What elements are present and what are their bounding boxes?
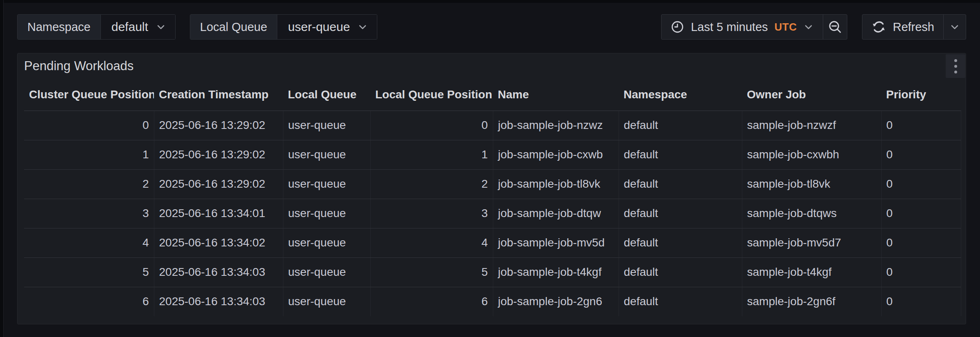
column-header-cluster-queue-position[interactable]: Cluster Queue Position <box>24 79 154 111</box>
column-header-local-queue-position[interactable]: Local Queue Position <box>370 79 493 111</box>
table-cell: 0 <box>881 199 961 228</box>
table-cell: default <box>619 111 742 140</box>
table-cell: sample-job-nzwzf <box>742 111 881 140</box>
toolbar-spacer <box>377 14 661 40</box>
table-cell: 0 <box>881 228 961 257</box>
table-cell: job-sample-job-dtqw <box>493 199 619 228</box>
table-row: 52025-06-16 13:34:03user-queue5job-sampl… <box>24 257 961 287</box>
panel-header: Pending Workloads <box>18 53 966 79</box>
table-cell: user-queue <box>283 169 370 199</box>
table-cell: default <box>619 199 742 228</box>
pending-workloads-panel: Pending Workloads Cluster Queue Position… <box>17 53 966 324</box>
table-cell: default <box>619 257 742 287</box>
table-row: 02025-06-16 13:29:02user-queue0job-sampl… <box>24 111 961 140</box>
table-cell: job-sample-job-t4kgf <box>493 257 619 287</box>
table-cell: default <box>619 228 742 257</box>
table-cell: user-queue <box>283 228 370 257</box>
table-cell: 0 <box>881 169 961 199</box>
time-range-label: Last 5 minutes <box>691 20 768 34</box>
table-cell: user-queue <box>283 257 370 287</box>
table-row: 12025-06-16 13:29:02user-queue1job-sampl… <box>24 140 961 169</box>
local-queue-variable-select[interactable]: user-queue <box>277 15 377 39</box>
column-header-namespace[interactable]: Namespace <box>619 79 742 111</box>
timezone-badge: UTC <box>775 21 797 33</box>
table-cell: 2 <box>24 169 154 199</box>
table-cell: sample-job-mv5d7 <box>742 228 881 257</box>
dashboard-toolbar: Namespace default Local Queue user-queue… <box>0 14 980 40</box>
table-cell: 2025-06-16 13:34:01 <box>154 199 283 228</box>
chevron-down-icon <box>949 22 960 32</box>
local-queue-variable-value: user-queue <box>288 20 350 34</box>
refresh-label: Refresh <box>893 20 934 34</box>
namespace-variable-value: default <box>111 20 148 34</box>
table-cell: 2025-06-16 13:34:03 <box>154 257 283 287</box>
table-cell: 5 <box>24 257 154 287</box>
table-row: 62025-06-16 13:34:03user-queue6job-sampl… <box>24 287 961 316</box>
table-cell: user-queue <box>283 140 370 169</box>
local-queue-variable-label: Local Queue <box>190 15 277 39</box>
table-cell: 0 <box>881 140 961 169</box>
table-row: 42025-06-16 13:34:02user-queue4job-sampl… <box>24 228 961 257</box>
window-edge-top <box>0 0 980 3</box>
table-cell: default <box>619 287 742 316</box>
table-cell: 5 <box>370 257 493 287</box>
workloads-table: Cluster Queue PositionCreation Timestamp… <box>24 79 961 316</box>
chevron-down-icon <box>156 22 166 32</box>
time-picker-group: Last 5 minutes UTC <box>661 14 848 40</box>
table-cell: 2025-06-16 13:34:03 <box>154 287 283 316</box>
table-cell: sample-job-t4kgf <box>742 257 881 287</box>
magnifier-minus-icon <box>828 20 842 34</box>
table-cell: user-queue <box>283 287 370 316</box>
table-cell: 4 <box>370 228 493 257</box>
namespace-variable-label: Namespace <box>18 15 101 39</box>
table-cell: 2025-06-16 13:34:02 <box>154 228 283 257</box>
table-cell: 0 <box>881 111 961 140</box>
variable-picker-local-queue: Local Queue user-queue <box>190 14 377 40</box>
column-header-local-queue[interactable]: Local Queue <box>283 79 370 111</box>
table-cell: 0 <box>370 111 493 140</box>
table-cell: 1 <box>370 140 493 169</box>
table-cell: 0 <box>881 287 961 316</box>
panel-title: Pending Workloads <box>24 59 134 73</box>
refresh-icon <box>871 20 886 34</box>
chevron-down-icon <box>803 22 814 32</box>
refresh-interval-dropdown[interactable] <box>943 15 966 39</box>
table-row: 22025-06-16 13:29:02user-queue2job-sampl… <box>24 169 961 199</box>
table-cell: user-queue <box>283 199 370 228</box>
table-cell: 2 <box>370 169 493 199</box>
table-cell: 2025-06-16 13:29:02 <box>154 111 283 140</box>
table-cell: job-sample-job-mv5d <box>493 228 619 257</box>
table-cell: default <box>619 140 742 169</box>
clock-icon <box>670 20 684 34</box>
table-cell: job-sample-job-tl8vk <box>493 169 619 199</box>
namespace-variable-select[interactable]: default <box>101 15 175 39</box>
column-header-owner-job[interactable]: Owner Job <box>742 79 881 111</box>
table-cell: sample-job-2gn6f <box>742 287 881 316</box>
chevron-down-icon <box>357 22 368 32</box>
table-cell: default <box>619 169 742 199</box>
column-header-name[interactable]: Name <box>493 79 619 111</box>
time-zoom-out-button[interactable] <box>823 15 847 39</box>
column-header-priority[interactable]: Priority <box>881 79 961 111</box>
refresh-group: Refresh <box>862 14 966 40</box>
panel-menu-button[interactable] <box>946 54 965 78</box>
refresh-button[interactable]: Refresh <box>862 15 943 39</box>
table-cell: 2025-06-16 13:29:02 <box>154 169 283 199</box>
table-cell: job-sample-job-nzwz <box>493 111 619 140</box>
table-cell: sample-job-dtqws <box>742 199 881 228</box>
table-cell: job-sample-job-2gn6 <box>493 287 619 316</box>
workloads-table-wrapper: Cluster Queue PositionCreation Timestamp… <box>18 79 966 316</box>
table-cell: 0 <box>881 257 961 287</box>
table-cell: 6 <box>24 287 154 316</box>
time-range-button[interactable]: Last 5 minutes UTC <box>662 15 823 39</box>
table-cell: 4 <box>24 228 154 257</box>
table-cell: 1 <box>24 140 154 169</box>
table-cell: job-sample-job-cxwb <box>493 140 619 169</box>
table-cell: 0 <box>24 111 154 140</box>
table-header-row: Cluster Queue PositionCreation Timestamp… <box>24 79 961 111</box>
table-row: 32025-06-16 13:34:01user-queue3job-sampl… <box>24 199 961 228</box>
table-cell: 3 <box>370 199 493 228</box>
variable-picker-namespace: Namespace default <box>17 14 176 40</box>
table-cell: 6 <box>370 287 493 316</box>
column-header-creation-timestamp[interactable]: Creation Timestamp <box>154 79 283 111</box>
